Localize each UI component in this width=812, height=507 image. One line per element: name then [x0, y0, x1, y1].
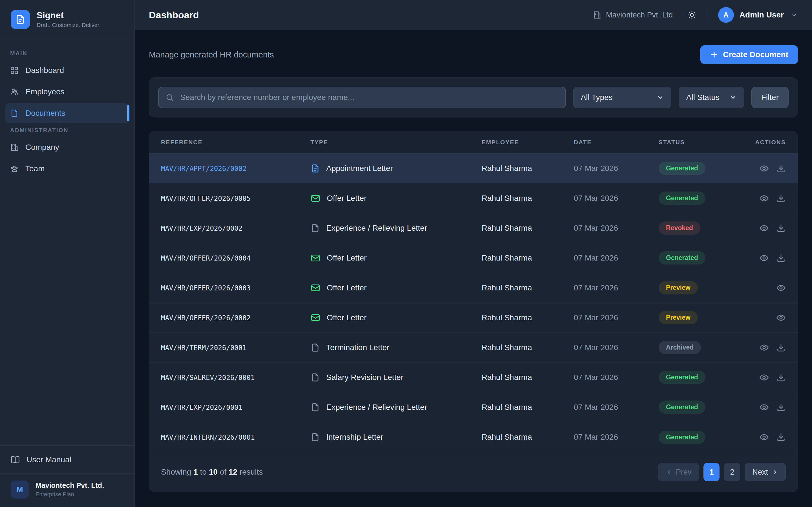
table-row[interactable]: MAV/HR/INTERN/2026/0001 Internship Lette…: [149, 422, 798, 452]
column-header-actions: Actions: [755, 139, 786, 146]
view-button[interactable]: [759, 253, 769, 263]
status-badge: Generated: [659, 191, 705, 205]
table-row[interactable]: MAV/HR/OFFER/2026/0003 Offer Letter Rahu…: [149, 273, 798, 303]
download-button[interactable]: [776, 373, 786, 382]
chevron-left-icon: [666, 469, 672, 475]
document-date: 07 Mar 2026: [574, 313, 659, 322]
nav-section-main: MAIN: [5, 50, 130, 57]
status-badge: Archived: [659, 341, 701, 354]
download-button[interactable]: [776, 223, 786, 233]
divider: [707, 8, 707, 21]
book-open-icon: [11, 455, 20, 464]
org-plan: Enterprise Plan: [36, 491, 104, 498]
row-actions: [755, 164, 786, 173]
document-date: 07 Mar 2026: [574, 194, 659, 203]
document-reference: MAV/HR/EXP/2026/0002: [161, 224, 243, 232]
file-text-icon: [310, 164, 320, 173]
view-button[interactable]: [759, 223, 769, 233]
page-button-2[interactable]: 2: [724, 463, 740, 482]
view-button[interactable]: [776, 283, 786, 293]
org-card: M Maviontech Pvt. Ltd. Enterprise Plan: [0, 473, 135, 507]
document-type: Offer Letter: [327, 194, 366, 203]
sidebar-item-dashboard[interactable]: Dashboard: [5, 61, 130, 80]
download-button[interactable]: [776, 253, 786, 263]
view-button[interactable]: [759, 193, 769, 203]
column-header-employee: Employee: [481, 139, 574, 146]
sidebar-item-label: Employees: [26, 87, 64, 96]
prev-label: Prev: [676, 468, 692, 476]
next-page-button[interactable]: Next: [745, 463, 786, 482]
sidebar-item-label: Company: [26, 143, 59, 152]
document-date: 07 Mar 2026: [574, 164, 659, 173]
sidebar-item-label: Dashboard: [26, 66, 64, 75]
document-type: Experience / Relieving Letter: [326, 224, 427, 233]
view-button[interactable]: [759, 432, 769, 442]
table-row[interactable]: MAV/HR/SALREV/2026/0001 Salary Revision …: [149, 362, 798, 392]
download-button[interactable]: [776, 164, 786, 173]
download-button[interactable]: [776, 402, 786, 412]
row-actions: [755, 343, 786, 352]
sidebar-item-team[interactable]: Team: [5, 159, 130, 179]
view-button[interactable]: [759, 402, 769, 412]
search-icon: [165, 93, 174, 102]
view-button[interactable]: [776, 313, 786, 323]
download-button[interactable]: [776, 432, 786, 442]
filter-bar: All Types All Status Filter: [149, 77, 798, 117]
table-row[interactable]: MAV/HR/OFFER/2026/0005 Offer Letter Rahu…: [149, 183, 798, 213]
user-menu[interactable]: A Admin User: [718, 7, 798, 23]
table-row[interactable]: MAV/HR/EXP/2026/0001 Experience / Reliev…: [149, 392, 798, 422]
table-footer: Showing 1 to 10 of 12 results Prev 12: [149, 452, 798, 492]
results-total: 12: [229, 467, 238, 476]
view-button[interactable]: [759, 373, 769, 382]
table-row[interactable]: MAV/HR/TERM/2026/0001 Termination Letter…: [149, 333, 798, 362]
users-icon: [10, 88, 18, 96]
chevron-down-icon: [730, 94, 737, 101]
status-filter-select[interactable]: All Status: [679, 87, 744, 108]
view-button[interactable]: [759, 164, 769, 173]
document-type: Internship Letter: [326, 433, 383, 442]
sidebar-item-company[interactable]: Company: [5, 137, 130, 157]
brand: Signet Draft. Customize. Deliver.: [0, 0, 135, 39]
table-header-row: Reference Type Employee Date Status Acti…: [149, 131, 798, 154]
file-icon: [310, 432, 320, 442]
page-subtitle: Manage generated HR documents: [149, 50, 274, 59]
plus-icon: [710, 50, 718, 59]
theme-toggle-sun-icon[interactable]: [688, 10, 696, 19]
page-button-1[interactable]: 1: [703, 463, 719, 482]
download-button[interactable]: [776, 193, 786, 203]
download-button[interactable]: [776, 343, 786, 352]
page-title: Dashboard: [149, 10, 199, 20]
row-actions: [755, 253, 786, 263]
document-date: 07 Mar 2026: [574, 373, 659, 382]
search-input[interactable]: [158, 87, 566, 108]
document-reference: MAV/HR/TERM/2026/0001: [161, 344, 246, 352]
document-reference: MAV/HR/OFFER/2026/0004: [161, 255, 251, 262]
document-type: Offer Letter: [327, 283, 366, 292]
table-row[interactable]: MAV/HR/OFFER/2026/0002 Offer Letter Rahu…: [149, 303, 798, 333]
sidebar-item-employees[interactable]: Employees: [5, 82, 130, 102]
prev-page-button[interactable]: Prev: [658, 463, 699, 482]
results-to: 10: [209, 467, 218, 476]
create-document-button[interactable]: Create Document: [700, 45, 798, 64]
documents-table: Reference Type Employee Date Status Acti…: [149, 131, 798, 492]
sidebar-item-user-manual[interactable]: User Manual: [0, 445, 135, 473]
mail-icon: [310, 253, 320, 263]
column-header-status: Status: [659, 139, 755, 146]
table-row[interactable]: MAV/HR/APPT/2026/0002 Appointment Letter…: [149, 154, 798, 183]
sidebar-item-documents[interactable]: Documents: [5, 103, 130, 123]
document-type: Termination Letter: [326, 343, 389, 352]
employee-name: Rahul Sharma: [481, 343, 574, 352]
pagination: Prev 12 Next: [658, 463, 786, 482]
row-actions: [755, 373, 786, 382]
table-row[interactable]: MAV/HR/OFFER/2026/0004 Offer Letter Rahu…: [149, 243, 798, 273]
table-row[interactable]: MAV/HR/EXP/2026/0002 Experience / Reliev…: [149, 213, 798, 243]
sidebar-item-label: Team: [26, 164, 45, 173]
row-actions: [755, 223, 786, 233]
row-actions: [755, 283, 786, 293]
document-date: 07 Mar 2026: [574, 283, 659, 292]
view-button[interactable]: [759, 343, 769, 352]
document-reference: MAV/HR/OFFER/2026/0003: [161, 284, 251, 292]
type-filter-select[interactable]: All Types: [573, 87, 671, 108]
filter-button[interactable]: Filter: [751, 87, 789, 108]
org-avatar: M: [11, 481, 29, 499]
